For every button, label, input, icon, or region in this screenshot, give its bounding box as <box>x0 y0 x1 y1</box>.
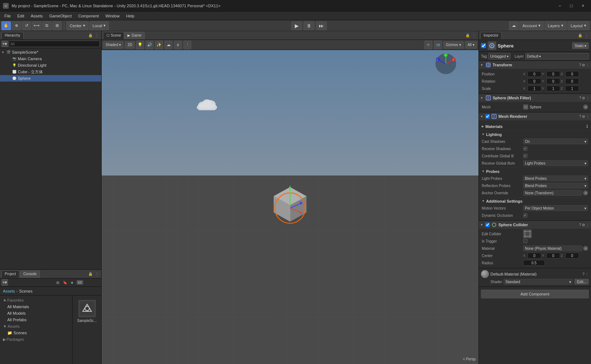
gizmos-dropdown[interactable]: Gizmos ▾ <box>443 41 464 49</box>
move-tool[interactable]: ⊕ <box>12 21 21 30</box>
project-menu-icon[interactable]: ⋮ <box>94 271 100 277</box>
menu-gameobject[interactable]: GameObject <box>46 13 75 19</box>
cast-shadows-dropdown[interactable]: On ▾ <box>523 138 588 144</box>
receive-glp-dropdown[interactable]: Light Probes ▾ <box>523 160 588 166</box>
layer-dropdown[interactable]: Default ▾ <box>525 53 589 59</box>
add-component-button[interactable]: Add Component <box>481 290 589 298</box>
meshrenderer-checkbox[interactable] <box>485 114 490 119</box>
hand-tool[interactable]: ✋ <box>1 21 11 30</box>
shaded-dropdown[interactable]: Shaded ▾ <box>103 41 123 49</box>
tree-item-sphere[interactable]: ⚪ Sphere <box>0 75 101 82</box>
edit-collider-button[interactable] <box>523 229 532 238</box>
transform-tool[interactable]: ⊞ <box>52 21 62 30</box>
tree-item-dirlight[interactable]: 💡 Directional Light <box>0 62 101 69</box>
hierarchy-add-button[interactable]: +▾ <box>1 41 8 47</box>
menu-edit[interactable]: Edit <box>15 13 27 19</box>
all-models[interactable]: All Models <box>1 310 71 317</box>
favorites-header[interactable]: ★ Favorites <box>1 297 71 303</box>
local-toggle[interactable]: Local ▾ <box>89 21 109 30</box>
transform-more-icon[interactable]: ⋮ <box>586 63 590 67</box>
scene-fx-btn[interactable]: ✨ <box>155 41 163 49</box>
center-toggle[interactable]: Center ▾ <box>66 21 89 30</box>
inspector-tab[interactable]: Inspector <box>480 32 502 39</box>
materials-section-header[interactable]: ▶ Materials 1 <box>481 123 589 130</box>
hierarchy-search[interactable] <box>9 41 100 47</box>
material-more-icon[interactable]: ⋮ <box>585 272 589 276</box>
all-prefabs[interactable]: All Prefabs <box>1 317 71 323</box>
project-add-button[interactable]: +▾ <box>1 279 8 286</box>
assets-header[interactable]: ▼ Assets <box>1 323 71 330</box>
transform-header[interactable]: ▼ Transform ? ⚙ ⋮ <box>479 61 591 69</box>
scene-more-btn[interactable]: ⋮ <box>183 41 191 49</box>
scenes-folder[interactable]: 📁 Scenes <box>1 330 71 336</box>
probes-section-header[interactable]: ▼ Probes <box>481 167 589 175</box>
tree-item-maincamera[interactable]: 📷 Main Camera <box>0 55 101 62</box>
scale-y-input[interactable] <box>546 86 560 91</box>
motion-vectors-dropdown[interactable]: Per Object Motion ▾ <box>523 205 588 211</box>
play-button[interactable]: ▶ <box>291 21 302 30</box>
scene-lock-icon[interactable]: 🔒 <box>465 33 470 38</box>
scene-lights-btn[interactable]: 💡 <box>136 41 144 49</box>
scale-z-input[interactable] <box>565 86 579 91</box>
close-button[interactable]: × <box>578 2 588 10</box>
spherecollider-checkbox[interactable] <box>485 223 490 227</box>
rotation-x-input[interactable] <box>527 78 541 84</box>
menu-assets[interactable]: Assets <box>28 13 46 19</box>
reflection-probes-dropdown[interactable]: Blend Probes ▾ <box>523 183 588 189</box>
meshfilter-help-icon[interactable]: ? <box>579 96 581 100</box>
rotate-tool[interactable]: ↺ <box>22 21 31 30</box>
breadcrumb-assets[interactable]: Assets <box>3 289 15 293</box>
object-active-checkbox[interactable] <box>481 43 486 48</box>
project-icon-2[interactable]: 🔖 <box>62 280 68 285</box>
scene-tab[interactable]: ⬡ Scene <box>103 32 124 39</box>
minimize-button[interactable]: − <box>555 2 565 10</box>
scale-x-input[interactable] <box>527 86 541 91</box>
console-tab[interactable]: Console <box>20 270 40 278</box>
meshrenderer-settings-icon[interactable]: ⚙ <box>582 115 585 119</box>
meshrenderer-header[interactable]: ▼ Mesh Renderer ? ⚙ ⋮ <box>479 112 591 120</box>
meshfilter-settings-icon[interactable]: ⚙ <box>582 96 585 100</box>
meshfilter-header[interactable]: ▼ Sphere (Mesh Filter) ? ⚙ ⋮ <box>479 94 591 102</box>
menu-window[interactable]: Window <box>102 13 122 19</box>
project-tab[interactable]: Project <box>1 270 19 278</box>
anchor-override-dropdown[interactable]: None (Transform) <box>523 190 582 196</box>
material-help-icon[interactable]: ? <box>582 272 584 276</box>
transform-settings-icon[interactable]: ⚙ <box>582 63 585 67</box>
radius-input[interactable] <box>523 260 545 266</box>
project-icon-1[interactable]: ⊞ <box>55 280 61 285</box>
spherecollider-settings-icon[interactable]: ⚙ <box>582 223 585 227</box>
gizmos-all-dropdown[interactable]: All ▾ <box>465 41 477 49</box>
inspector-lock-icon[interactable]: 🔒 <box>577 33 583 38</box>
shader-dropdown[interactable]: Standard ▾ <box>504 279 573 285</box>
contribute-gi-checkbox[interactable]: ✓ <box>523 154 527 158</box>
anchor-override-select-button[interactable]: ⊙ <box>583 190 588 195</box>
project-file-samplescene[interactable]: SampleSc... <box>76 298 98 324</box>
collider-material-dropdown[interactable]: None (Physic Material) <box>523 245 582 251</box>
collider-material-select-button[interactable]: ⊙ <box>583 246 588 251</box>
hierarchy-tab[interactable]: Hierarchy <box>1 32 24 39</box>
rotation-y-input[interactable] <box>546 78 560 84</box>
scene-grid-btn[interactable]: # <box>174 41 182 49</box>
scene-viewport[interactable]: X Y Z < Persp <box>102 50 478 364</box>
all-materials[interactable]: All Materials <box>1 303 71 310</box>
layers-dropdown[interactable]: Layers ▾ <box>545 21 567 30</box>
project-icon-3[interactable]: ★ <box>69 280 75 285</box>
tree-item-cube[interactable]: ⬜ Cube - 立方体 <box>0 69 101 75</box>
static-button[interactable]: Static ▾ <box>572 42 589 49</box>
spherecollider-more-icon[interactable]: ⋮ <box>586 223 590 227</box>
hierarchy-menu-icon[interactable]: ⋮ <box>94 33 100 38</box>
receive-shadows-checkbox[interactable]: ✓ <box>523 146 527 151</box>
spherecollider-help-icon[interactable]: ? <box>579 223 581 227</box>
step-button[interactable]: ⏭ <box>316 21 327 30</box>
menu-component[interactable]: Component <box>75 13 102 19</box>
light-probes-dropdown[interactable]: Blend Probes ▾ <box>523 175 588 181</box>
position-y-input[interactable] <box>546 71 560 77</box>
hierarchy-lock-icon[interactable]: 🔒 <box>87 33 93 38</box>
center-x-input[interactable] <box>527 253 541 258</box>
scale-tool[interactable]: ⟷ <box>32 21 41 30</box>
mesh-select-button[interactable]: ⊙ <box>583 104 588 109</box>
position-z-input[interactable] <box>565 71 579 77</box>
menu-help[interactable]: Help <box>123 13 137 19</box>
scene-skybox-btn[interactable]: ☁ <box>164 41 172 49</box>
pause-button[interactable]: ⏸ <box>303 21 314 30</box>
